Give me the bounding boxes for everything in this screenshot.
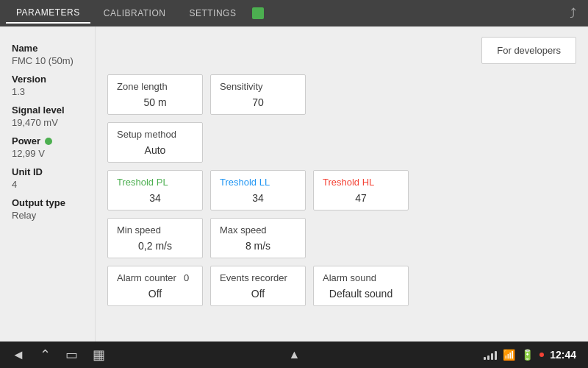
- unit-id-value: 4: [12, 179, 83, 190]
- parameters-content: For developers Zone length 50 m Sensitiv…: [96, 26, 588, 342]
- setup-method-value: Auto: [145, 144, 166, 156]
- red-dot-indicator: [539, 353, 544, 357]
- tab-settings[interactable]: SETTINGS: [179, 4, 246, 23]
- power-row: Power: [12, 135, 83, 146]
- max-speed-card[interactable]: Max speed 8 m/s: [210, 218, 306, 258]
- unit-id-label: Unit ID: [12, 166, 83, 177]
- row-alarms: Alarm counter 0 Off Events recorder Off …: [107, 266, 576, 306]
- bar4: [495, 351, 497, 360]
- bottom-bar: ◄ ⌃ ▭ ▦ ▲ 📶 🔋 12:44: [0, 342, 588, 368]
- output-type-label: Output type: [12, 197, 83, 208]
- power-value: 12,99 V: [12, 148, 83, 159]
- events-recorder-value: Off: [220, 288, 296, 300]
- time-display: 12:44: [550, 349, 576, 361]
- row-setup: Setup method Auto: [107, 122, 576, 163]
- name-value: FMC 10 (50m): [12, 55, 83, 66]
- bar2: [487, 355, 490, 360]
- min-speed-card[interactable]: Min speed 0,2 m/s: [107, 218, 203, 258]
- row-zone-sensitivity: Zone length 50 m Sensitivity 70: [107, 74, 576, 115]
- signal-label: Signal level: [12, 105, 83, 116]
- alarm-counter-num: 0: [184, 272, 189, 283]
- for-developers-button[interactable]: For developers: [481, 37, 576, 64]
- up-arrow-icon[interactable]: ▲: [289, 348, 301, 361]
- alarm-counter-value: Off: [117, 288, 193, 300]
- name-label: Name: [12, 43, 83, 54]
- nav-icons: ◄ ⌃ ▭ ▦: [12, 347, 105, 363]
- events-recorder-card[interactable]: Events recorder Off: [210, 266, 306, 306]
- min-speed-value: 0,2 m/s: [138, 240, 172, 252]
- signal-value: 19,470 mV: [12, 117, 83, 128]
- sensitivity-label: Sensitivity: [220, 81, 296, 92]
- bar1: [484, 357, 486, 360]
- version-label: Version: [12, 74, 83, 85]
- sensitivity-card[interactable]: Sensitivity 70: [210, 74, 306, 115]
- grid-icon[interactable]: ▦: [93, 347, 105, 363]
- setup-method-label: Setup method: [117, 129, 193, 140]
- power-label: Power: [12, 135, 40, 146]
- zone-length-value: 50 m: [143, 96, 166, 108]
- power-indicator: [45, 138, 52, 145]
- alarm-sound-card[interactable]: Alarm sound Default sound: [313, 266, 409, 306]
- threshold-pl-label: Treshold PL: [117, 177, 193, 188]
- threshold-pl-card[interactable]: Treshold PL 34: [107, 170, 203, 210]
- threshold-hl-label: Treshold HL: [323, 177, 399, 188]
- alarm-sound-value: Default sound: [323, 288, 399, 300]
- sidebar: Name FMC 10 (50m) Version 1.3 Signal lev…: [0, 26, 96, 342]
- tab-parameters[interactable]: PARAMETERS: [6, 3, 90, 24]
- zone-length-card[interactable]: Zone length 50 m: [107, 74, 203, 115]
- alarm-counter-card[interactable]: Alarm counter 0 Off: [107, 266, 203, 306]
- threshold-ll-label: Treshold LL: [220, 177, 296, 188]
- top-bar: PARAMETERS CALIBRATION SETTINGS ⤴: [0, 0, 588, 26]
- threshold-ll-card[interactable]: Treshold LL 34: [210, 170, 306, 210]
- recents-icon[interactable]: ▭: [65, 347, 78, 363]
- threshold-ll-value: 34: [252, 192, 264, 204]
- main-content: Name FMC 10 (50m) Version 1.3 Signal lev…: [0, 26, 588, 342]
- sensitivity-value: 70: [252, 96, 264, 108]
- bottom-right-status: 📶 🔋 12:44: [484, 349, 576, 361]
- alarm-counter-label: Alarm counter: [117, 272, 176, 283]
- threshold-pl-value: 34: [149, 192, 161, 204]
- setup-method-card[interactable]: Setup method Auto: [107, 122, 203, 163]
- row-speed: Min speed 0,2 m/s Max speed 8 m/s: [107, 218, 576, 258]
- alarm-counter-top: Alarm counter 0: [117, 272, 193, 283]
- tab-calibration[interactable]: CALIBRATION: [93, 4, 176, 23]
- zone-length-label: Zone length: [117, 81, 193, 92]
- back-icon[interactable]: ◄: [12, 347, 25, 363]
- threshold-hl-value: 47: [355, 192, 367, 204]
- max-speed-value: 8 m/s: [245, 240, 270, 252]
- status-indicator: [252, 7, 264, 19]
- version-value: 1.3: [12, 86, 83, 97]
- row-thresholds: Treshold PL 34 Treshold LL 34 Treshold H…: [107, 170, 576, 210]
- signal-bars: [484, 350, 497, 360]
- battery-icon: 🔋: [521, 349, 534, 361]
- bar3: [491, 353, 493, 360]
- alarm-sound-label: Alarm sound: [323, 272, 399, 283]
- wifi-icon: 📶: [503, 349, 515, 361]
- min-speed-label: Min speed: [117, 224, 193, 236]
- events-recorder-label: Events recorder: [220, 272, 296, 283]
- exit-icon[interactable]: ⤴: [564, 3, 582, 24]
- home-icon[interactable]: ⌃: [40, 347, 51, 363]
- threshold-hl-card[interactable]: Treshold HL 47: [313, 170, 409, 210]
- max-speed-label: Max speed: [220, 224, 296, 236]
- dev-button-row: For developers: [107, 37, 576, 64]
- output-type-value: Relay: [12, 210, 83, 221]
